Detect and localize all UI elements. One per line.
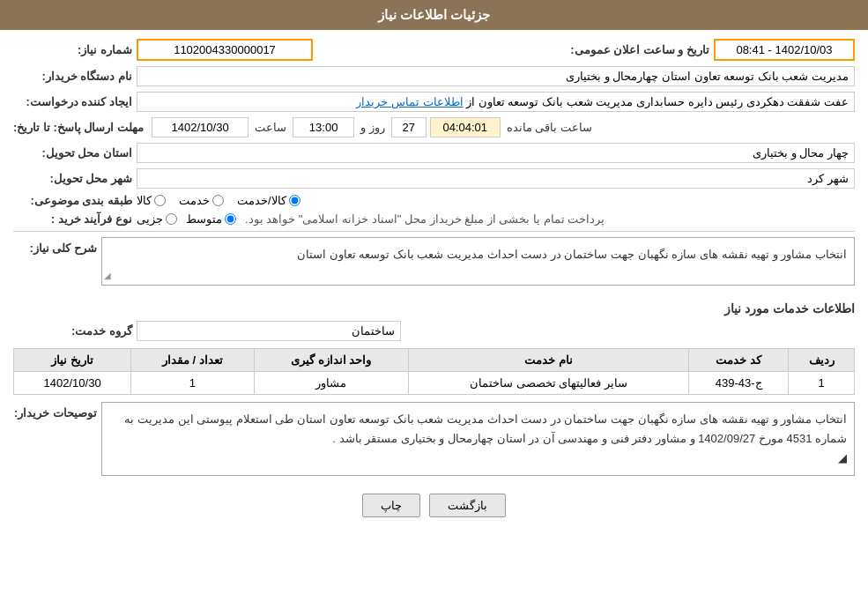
mohlat-day-label: روز و (360, 121, 385, 134)
cell-kod: ج-43-439 (689, 372, 789, 395)
mohlat-date: 1402/10/30 (152, 117, 249, 137)
page-header: جزئیات اطلاعات نیاز (0, 0, 868, 30)
tasnif-row: طبقه بندی موضوعی: کالا خدمت کالا/خدمت (13, 194, 855, 207)
mohlat-remaining: 04:04:01 (430, 117, 501, 137)
cell-vahed: مشاور (254, 372, 409, 395)
toseeh-value: انتخاب مشاور و تهیه نقشه های سازه نگهبان… (101, 402, 855, 476)
tasnif-kala-khadamat-label: کالا/خدمت (237, 194, 286, 207)
mohlat-label: مهلت ارسال پاسخ: تا تاریخ: (13, 121, 148, 134)
tasnif-kala-item: کالا (137, 194, 166, 207)
col-radif: ردیف (789, 349, 855, 372)
col-tedad: تعداد / مقدار (131, 349, 254, 372)
farind-jazyi-radio[interactable] (166, 213, 177, 225)
cell-name: سایر فعالیتهای تخصصی ساختمان (409, 372, 689, 395)
col-vahed: واحد اندازه گیری (254, 349, 409, 372)
farind-motovaset-radio[interactable] (225, 213, 236, 225)
khadamat-section-title: اطلاعات خدمات مورد نیاز (13, 301, 855, 316)
khadamat-value: ساختمان (137, 321, 401, 341)
sharh-text: انتخاب مشاور و تهیه نقشه های سازه نگهبان… (297, 248, 847, 261)
services-table: ردیف کد خدمت نام خدمت واحد اندازه گیری ت… (13, 348, 855, 395)
sharh-value: انتخاب مشاور و تهیه نقشه های سازه نگهبان… (101, 237, 855, 286)
buttons-row: بازگشت چاپ (13, 494, 855, 517)
shomare-niaz-row: شماره نیاز: 1102004330000017 تاریخ و ساع… (13, 39, 855, 61)
khadamat-row: گروه خدمت: ساختمان (13, 321, 855, 341)
toseeh-section: توصیحات خریدار: انتخاب مشاور و تهیه نقشه… (13, 402, 855, 483)
mohlat-row: مهلت ارسال پاسخ: تا تاریخ: 1402/10/30 سا… (13, 117, 855, 137)
farind-label: نوع فرآیند خرید : (13, 212, 137, 226)
mohlat-time: 13:00 (293, 117, 354, 137)
main-content: شماره نیاز: 1102004330000017 تاریخ و ساع… (0, 30, 868, 537)
nam-dastgah-row: نام دستگاه خریدار: مدیریت شعب بانک توسعه… (13, 66, 855, 86)
ijad-konande-row: ایجاد کننده درخواست: عفت شفقت دهکردی رئی… (13, 92, 855, 112)
cell-radif: 1 (789, 372, 855, 395)
tasnif-group: کالا خدمت کالا/خدمت (137, 194, 300, 207)
tasnif-kala-khadamat-item: کالا/خدمت (237, 194, 300, 207)
tasnif-kala-label: کالا (137, 194, 152, 207)
tasnif-kala-radio[interactable] (154, 195, 166, 206)
ijad-konande-label: ایجاد کننده درخواست: (13, 95, 137, 108)
resize-handle: ◢ (104, 268, 111, 283)
ostan-row: استان محل تحویل: چهار محال و بختیاری (13, 143, 855, 163)
tasnif-khadamat-radio[interactable] (212, 195, 224, 206)
farind-jazyi-item: جزیی (137, 212, 177, 226)
tasnif-khadamat-label: خدمت (179, 194, 210, 207)
nam-dastgah-label: نام دستگاه خریدار: (13, 70, 137, 83)
farind-jazyi-label: جزیی (137, 212, 163, 226)
ijad-konande-text: عفت شفقت دهکردی رئیس دایره حسابداری مدیر… (466, 95, 849, 108)
tarikhe-alan-value: 1402/10/03 - 08:41 (714, 39, 855, 61)
ostan-value: چهار محال و بختیاری (137, 143, 855, 163)
farind-motovaset-item: متوسط (186, 212, 236, 226)
toseeh-label: توصیحات خریدار: (13, 402, 101, 483)
cell-tedad: 1 (131, 372, 254, 395)
col-tarikh: تاریخ نیاز (14, 349, 131, 372)
mohlat-remaining-label: ساعت باقی مانده (507, 121, 592, 134)
toseeh-text: انتخاب مشاور و تهیه نقشه های سازه نگهبان… (124, 412, 847, 445)
sharh-section: شرح کلی نیاز: انتخاب مشاور و تهیه نقشه ه… (13, 237, 855, 293)
page-container: جزئیات اطلاعات نیاز شماره نیاز: 11020043… (0, 0, 868, 609)
shahr-value: شهر کرد (137, 168, 855, 189)
sharh-label: شرح کلی نیاز: (13, 237, 101, 293)
shahr-label: شهر محل تحویل: (13, 172, 137, 185)
khadamat-label: گروه خدمت: (13, 324, 137, 338)
page-title: جزئیات اطلاعات نیاز (378, 7, 490, 22)
farind-row: نوع فرآیند خرید : جزیی متوسط پرداخت تمام… (13, 212, 855, 226)
shomare-niaz-value: 1102004330000017 (137, 39, 313, 61)
tasnif-label: طبقه بندی موضوعی: (13, 194, 137, 207)
tasnif-kala-khadamat-radio[interactable] (289, 195, 300, 206)
ettelaat-link[interactable]: اطلاعات تماس خریدار (356, 95, 463, 108)
farind-motovaset-label: متوسط (186, 212, 222, 226)
ijad-konande-value: عفت شفقت دهکردی رئیس دایره حسابداری مدیر… (137, 92, 855, 112)
col-name: نام خدمت (409, 349, 689, 372)
shomare-niaz-label: شماره نیاز: (13, 43, 137, 56)
table-row: 1ج-43-439سایر فعالیتهای تخصصی ساختمانمشا… (14, 372, 855, 395)
chap-button[interactable]: چاپ (362, 494, 420, 517)
farind-options: جزیی متوسط پرداخت تمام یا بخشی از مبلغ خ… (137, 212, 613, 226)
farind-desc: پرداخت تمام یا بخشی از مبلغ خریداز محل "… (245, 212, 605, 226)
col-kod: کد خدمت (689, 349, 789, 372)
mohlat-day: 27 (391, 117, 427, 137)
divider-1 (13, 231, 855, 232)
mohlat-time-label: ساعت (255, 121, 286, 134)
nam-dastgah-value: مدیریت شعب بانک توسعه تعاون استان چهارمح… (137, 66, 855, 86)
cell-tarikh: 1402/10/30 (14, 372, 131, 395)
toseeh-resize-handle: ◢ (109, 449, 847, 468)
ostan-label: استان محل تحویل: (13, 146, 137, 160)
shahr-row: شهر محل تحویل: شهر کرد (13, 168, 855, 189)
tarikhe-alan-label: تاریخ و ساعت اعلان عمومی: (564, 43, 714, 56)
tasnif-khadamat-item: خدمت (179, 194, 224, 207)
bazgasht-button[interactable]: بازگشت (429, 494, 506, 517)
